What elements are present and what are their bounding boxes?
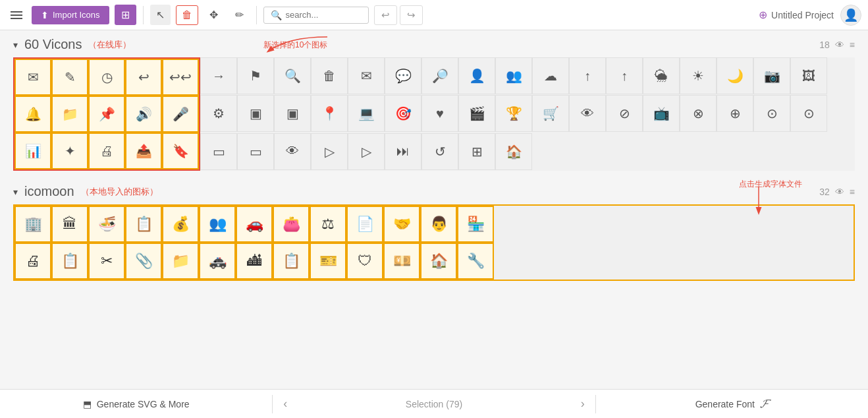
icon-cell-scissors[interactable]: ✂ — [88, 243, 125, 280]
icon-cell-image[interactable]: 🖼 — [790, 57, 827, 94]
icon-cell-grid[interactable]: ⊞ — [458, 133, 495, 170]
icon-cell-monitor[interactable]: 💻 — [348, 95, 385, 132]
icon-cell-camera[interactable]: 📷 — [753, 57, 790, 94]
icon-cell-eye2[interactable]: 👁 — [274, 133, 311, 170]
icon-cell-ban[interactable]: ⊘ — [606, 95, 643, 132]
next-page-button[interactable]: › — [570, 397, 595, 411]
icon-cell-store[interactable]: 🏪 — [457, 206, 494, 243]
icon-cell-car[interactable]: 🚗 — [236, 206, 273, 243]
icomoon-menu-icon[interactable]: ≡ — [850, 187, 855, 197]
icon-cell-search[interactable]: 🔍 — [274, 57, 311, 94]
icon-cell-table[interactable]: ▣ — [237, 95, 274, 132]
icon-cell-skip[interactable]: ⏭ — [385, 133, 421, 170]
icon-cell-flag[interactable]: ⚑ — [237, 57, 274, 94]
icon-cell-trophy[interactable]: 🏆 — [495, 95, 532, 132]
icon-cell-scale[interactable]: ⚖ — [310, 206, 346, 243]
icon-cell-doc[interactable]: 📄 — [346, 206, 383, 243]
icon-cell-noodles[interactable]: 🍜 — [88, 206, 125, 243]
import-icons-button[interactable]: ⬆ Import Icons — [32, 6, 109, 24]
icon-cell-police-car[interactable]: 🚓 — [199, 243, 236, 280]
icon-cell-replyall[interactable]: ↩↩ — [162, 59, 199, 96]
icon-cell-wallet[interactable]: 👛 — [273, 206, 310, 243]
icon-cell-weather[interactable]: 🌦 — [643, 57, 680, 94]
icon-cell-tv[interactable]: 📺 — [643, 95, 680, 132]
icon-cell-video[interactable]: 🎬 — [458, 95, 495, 132]
icon-cell-circle2[interactable]: ⊙ — [790, 95, 827, 132]
icon-cell-folder2[interactable]: 📁 — [162, 243, 199, 280]
icon-cell-ticket[interactable]: 🎫 — [310, 243, 346, 280]
icon-cell-chart[interactable]: 📊 — [14, 133, 51, 169]
redo-button[interactable]: ↪ — [400, 5, 423, 25]
icon-cell-table2[interactable]: ▣ — [274, 95, 311, 132]
search-input[interactable] — [286, 10, 362, 20]
undo-button[interactable]: ↩ — [374, 5, 397, 25]
icon-cell-cart[interactable]: 🛒 — [532, 95, 569, 132]
icon-cell-pin[interactable]: 📌 — [88, 96, 125, 133]
icon-cell-bookmark[interactable]: 🔖 — [162, 133, 199, 169]
icon-cell-money[interactable]: 💰 — [162, 206, 199, 243]
icon-cell-person[interactable]: 👨 — [420, 206, 457, 243]
icon-cell-mic[interactable]: 🎤 — [162, 96, 199, 133]
icon-cell-cross[interactable]: ⊗ — [680, 95, 717, 132]
icon-cell-rect[interactable]: ▭ — [200, 133, 237, 170]
icon-cell-id[interactable]: 📋 — [51, 243, 88, 280]
edit-tool-button[interactable]: ✏ — [229, 5, 250, 25]
icon-cell-house[interactable]: 🏠 — [420, 243, 457, 280]
icon-cell-bell[interactable]: 🔔 — [14, 96, 51, 133]
icomoon-eye-icon[interactable]: 👁 — [835, 187, 844, 197]
icon-cell-play2[interactable]: ▷ — [348, 133, 385, 170]
icon-cell-edit[interactable]: ✎ — [51, 59, 88, 96]
delete-tool-button[interactable]: 🗑 — [176, 5, 198, 25]
vicons-chevron[interactable]: ▾ — [13, 40, 18, 50]
icon-cell-eye[interactable]: 👁 — [569, 95, 606, 132]
icon-cell-cloud[interactable]: ☁ — [532, 57, 569, 94]
icon-cell-shield[interactable]: 🛡 — [346, 243, 383, 280]
icon-cell-building[interactable]: 🏢 — [14, 206, 51, 243]
icon-cell-staple[interactable]: 📎 — [125, 243, 162, 280]
library-button[interactable]: ⊞ — [115, 5, 136, 25]
icon-cell-city[interactable]: 🏙 — [236, 243, 273, 280]
icon-cell-moon[interactable]: 🌙 — [717, 57, 753, 94]
icon-cell-upload2[interactable]: ↑ — [569, 57, 606, 94]
select-tool-button[interactable]: ↖ — [150, 5, 171, 25]
icon-cell-heart[interactable]: ♥ — [421, 95, 458, 132]
icon-cell-upload3[interactable]: ↑ — [606, 57, 643, 94]
vicons-eye-icon[interactable]: 👁 — [835, 40, 844, 50]
icon-cell-print[interactable]: 🖨 — [88, 133, 125, 169]
user-avatar[interactable]: 👤 — [840, 5, 861, 26]
icon-cell-handshake[interactable]: 🤝 — [383, 206, 420, 243]
icon-cell-people[interactable]: 👥 — [199, 206, 236, 243]
icon-cell-reply[interactable]: ↩ — [125, 59, 162, 96]
icomoon-chevron[interactable]: ▾ — [13, 187, 18, 197]
icon-cell-gear[interactable]: ⚙ — [200, 95, 237, 132]
icon-cell-target[interactable]: 🎯 — [385, 95, 421, 132]
icon-cell-zoom[interactable]: 🔎 — [421, 57, 458, 94]
icon-cell-plus[interactable]: ⊕ — [717, 95, 753, 132]
icon-cell-volume[interactable]: 🔊 — [125, 96, 162, 133]
move-tool-button[interactable]: ✥ — [203, 5, 224, 25]
icon-cell-users[interactable]: 👥 — [495, 57, 532, 94]
icon-cell-refresh[interactable]: ↺ — [421, 133, 458, 170]
icon-cell-license[interactable]: 📋 — [125, 206, 162, 243]
vicons-menu-icon[interactable]: ≡ — [850, 40, 855, 50]
generate-svg-button[interactable]: ⬒ Generate SVG & More — [0, 390, 272, 418]
icon-cell-sparkle[interactable]: ✦ — [51, 133, 88, 169]
icon-cell-rect2[interactable]: ▭ — [237, 133, 274, 170]
icon-cell-sun[interactable]: ☀ — [680, 57, 717, 94]
prev-page-button[interactable]: ‹ — [273, 397, 298, 411]
icon-cell-home[interactable]: 🏠 — [495, 133, 532, 170]
icon-cell-chat[interactable]: 💬 — [385, 57, 421, 94]
icon-cell-trash[interactable]: 🗑 — [311, 57, 348, 94]
icon-cell-inbox[interactable]: ✉ — [14, 59, 51, 96]
icon-cell-tools[interactable]: 🔧 — [457, 243, 494, 280]
icon-cell-printer[interactable]: 🖨 — [14, 243, 51, 280]
icon-cell-yen[interactable]: 💴 — [383, 243, 420, 280]
icon-cell-play[interactable]: ▷ — [311, 133, 348, 170]
icon-cell-bank[interactable]: 🏛 — [51, 206, 88, 243]
icon-cell-report[interactable]: 📋 — [273, 243, 310, 280]
generate-font-button[interactable]: Generate Font 𝓕 — [596, 390, 868, 418]
icon-cell-user[interactable]: 👤 — [458, 57, 495, 94]
icon-cell-clock[interactable]: ◷ — [88, 59, 125, 96]
icon-cell-location[interactable]: 📍 — [311, 95, 348, 132]
hamburger-button[interactable] — [7, 7, 26, 23]
